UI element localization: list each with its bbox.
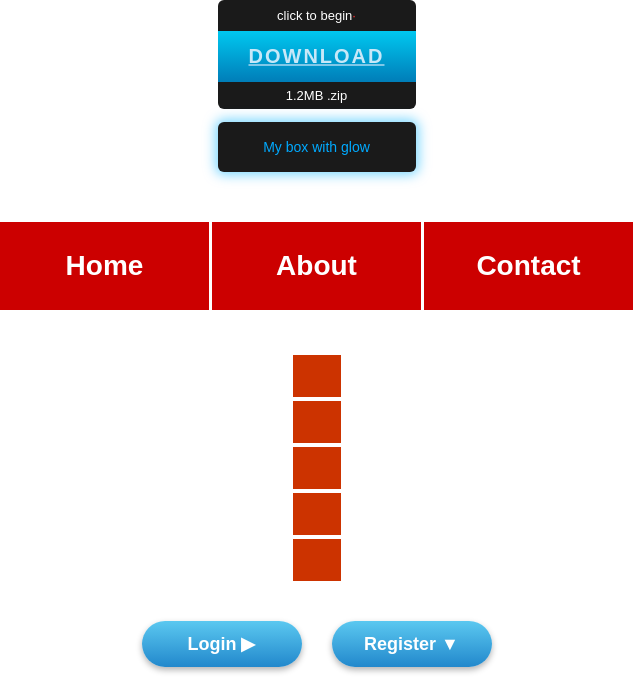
orange-block-1 (293, 355, 341, 397)
click-label-text: click to begin (277, 8, 352, 23)
nav-item-about[interactable]: About (212, 222, 424, 310)
glow-box: My box with glow (218, 122, 416, 172)
click-to-begin-label: click to begin· (218, 0, 416, 31)
orange-block-3 (293, 447, 341, 489)
nav-item-home[interactable]: Home (0, 222, 212, 310)
red-dot: · (352, 8, 356, 23)
nav-label-contact: Contact (476, 250, 580, 282)
orange-block-5 (293, 539, 341, 581)
download-button[interactable]: DOWNLOAD (218, 31, 416, 82)
orange-block-2 (293, 401, 341, 443)
nav-label-about: About (276, 250, 357, 282)
auth-buttons-container: Login ▶ Register ▼ (0, 621, 633, 667)
nav-label-home: Home (66, 250, 144, 282)
file-size-label: 1.2MB .zip (218, 82, 416, 109)
navigation-bar: Home About Contact (0, 222, 633, 310)
orange-blocks-container (293, 355, 341, 581)
download-widget: click to begin· DOWNLOAD 1.2MB .zip (218, 0, 416, 109)
glow-box-container: My box with glow (218, 122, 416, 172)
register-button[interactable]: Register ▼ (332, 621, 492, 667)
nav-item-contact[interactable]: Contact (424, 222, 633, 310)
glow-box-text: My box with glow (263, 139, 370, 155)
orange-block-4 (293, 493, 341, 535)
login-button[interactable]: Login ▶ (142, 621, 302, 667)
